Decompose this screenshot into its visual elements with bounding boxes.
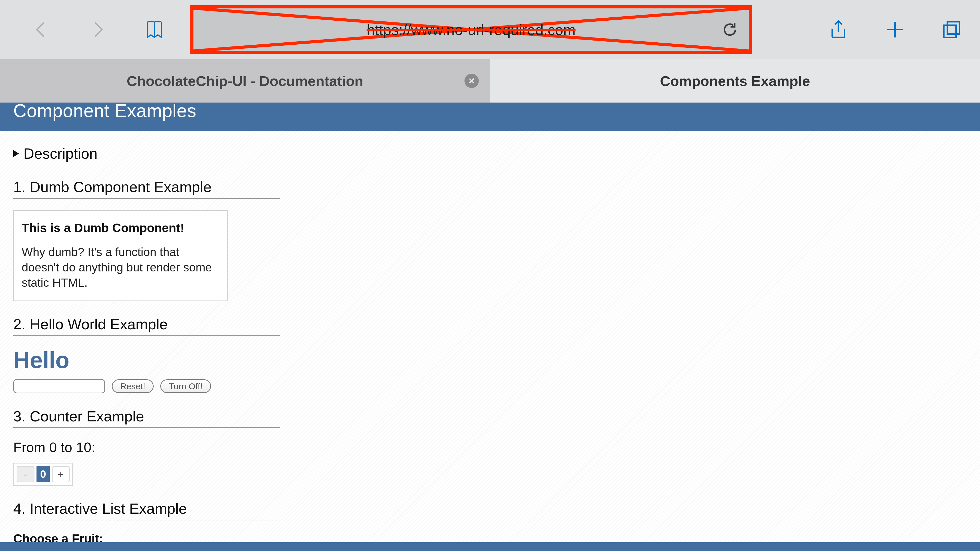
counter-widget: - 0 + xyxy=(13,463,73,486)
share-button[interactable] xyxy=(828,19,849,40)
counter-decrement-button[interactable]: - xyxy=(17,466,35,483)
section-dumb-component: 1. Dumb Component Example This is a Dumb… xyxy=(13,178,967,301)
section-counter: 3. Counter Example From 0 to 10: - 0 + xyxy=(13,408,967,486)
description-label: Description xyxy=(24,145,97,162)
tab-documentation[interactable]: ChocolateChip-UI - Documentation xyxy=(0,59,490,103)
fruit-list-title: Choose a Fruit: xyxy=(13,532,967,542)
page-content: Description 1. Dumb Component Example Th… xyxy=(0,131,980,542)
tabs-overview-button[interactable] xyxy=(941,19,962,40)
reload-icon[interactable] xyxy=(722,21,738,38)
tab-strip: ChocolateChip-UI - Documentation Compone… xyxy=(0,59,980,103)
address-bar[interactable]: https://www.no-url-required.com xyxy=(190,5,752,54)
nav-group xyxy=(30,19,165,40)
counter-increment-button[interactable]: + xyxy=(52,466,70,483)
turn-off-button[interactable]: Turn Off! xyxy=(160,380,211,393)
section-title: 3. Counter Example xyxy=(13,408,280,428)
bottom-blue-bar xyxy=(0,542,980,551)
svg-rect-3 xyxy=(947,22,959,34)
browser-toolbar: https://www.no-url-required.com xyxy=(0,0,980,59)
forward-button[interactable] xyxy=(87,19,108,40)
dumb-component-box: This is a Dumb Component! Why dumb? It's… xyxy=(13,210,228,301)
section-title: 2. Hello World Example xyxy=(13,316,280,336)
section-title: 4. Interactive List Example xyxy=(13,500,280,520)
dumb-body: Why dumb? It's a function that doesn't d… xyxy=(22,245,220,290)
disclosure-triangle-icon xyxy=(13,150,19,157)
section-hello-world: 2. Hello World Example Hello Reset! Turn… xyxy=(13,316,967,393)
tab-label: Components Example xyxy=(660,73,810,89)
section-interactive-list: 4. Interactive List Example Choose a Fru… xyxy=(13,500,967,542)
address-bar-url: https://www.no-url-required.com xyxy=(190,21,752,38)
right-toolbar-group xyxy=(828,19,962,40)
dumb-title: This is a Dumb Component! xyxy=(22,221,220,235)
tab-close-button[interactable] xyxy=(465,74,479,88)
tab-components-example[interactable]: Components Example xyxy=(490,59,980,103)
counter-range-label: From 0 to 10: xyxy=(13,439,967,455)
tab-label: ChocolateChip-UI - Documentation xyxy=(127,73,363,89)
back-button[interactable] xyxy=(30,19,52,40)
description-toggle[interactable]: Description xyxy=(13,145,967,162)
reset-button[interactable]: Reset! xyxy=(112,380,154,393)
counter-value: 0 xyxy=(37,466,50,483)
hello-input[interactable] xyxy=(13,379,105,393)
page-banner-title: Component Examples xyxy=(13,103,196,118)
hello-output: Hello xyxy=(13,347,967,373)
svg-rect-4 xyxy=(944,25,956,38)
bookmarks-button[interactable] xyxy=(144,19,165,40)
page-banner: Component Examples xyxy=(0,103,980,131)
new-tab-button[interactable] xyxy=(885,19,905,40)
section-title: 1. Dumb Component Example xyxy=(13,178,280,199)
